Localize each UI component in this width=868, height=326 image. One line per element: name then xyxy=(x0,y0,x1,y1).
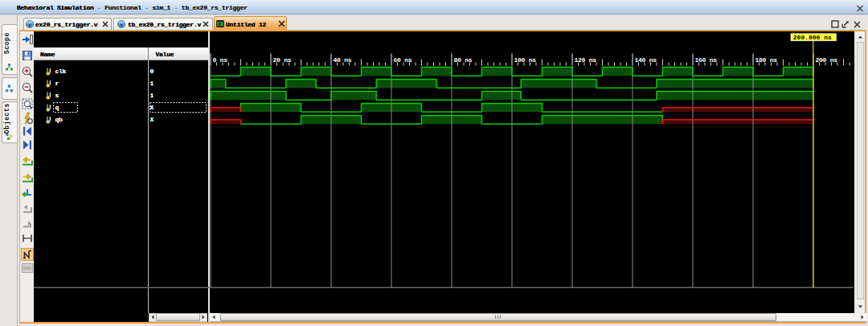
svg-text:160 ns: 160 ns xyxy=(695,56,718,64)
svg-text:20 ns: 20 ns xyxy=(273,56,292,64)
svg-text:140 ns: 140 ns xyxy=(635,56,657,64)
svg-text:100 ns: 100 ns xyxy=(514,56,537,64)
svg-text:180 ns: 180 ns xyxy=(755,56,778,64)
svg-text:80 ns: 80 ns xyxy=(454,56,473,64)
svg-text:40 ns: 40 ns xyxy=(334,56,352,64)
svg-text:200 ns: 200 ns xyxy=(816,56,838,64)
svg-text:0 ns: 0 ns xyxy=(213,56,228,64)
svg-text:60 ns: 60 ns xyxy=(394,56,412,64)
svg-text:200.000 ns: 200.000 ns xyxy=(793,34,832,41)
svg-text:120 ns: 120 ns xyxy=(575,56,597,64)
